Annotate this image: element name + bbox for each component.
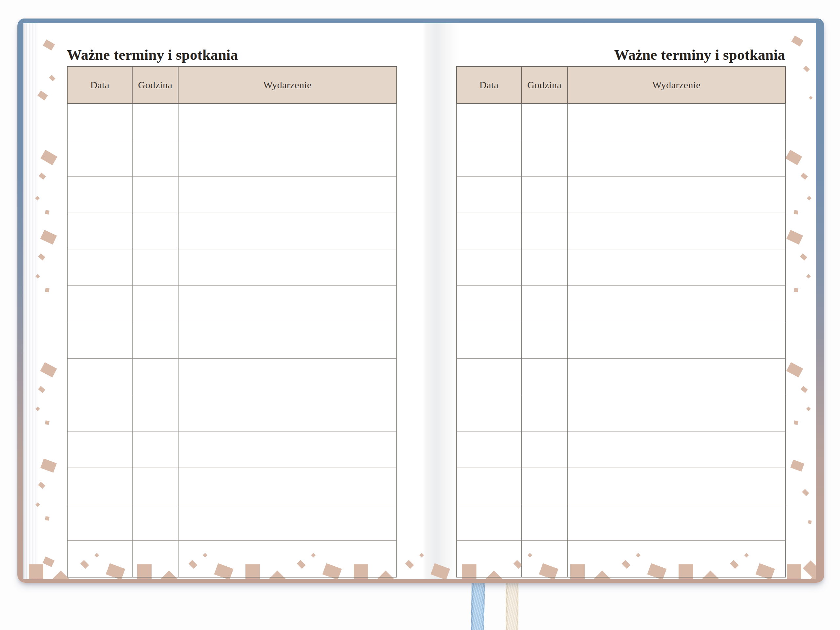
table-cell-empty [456, 431, 521, 468]
table-cell-empty [178, 103, 397, 140]
table-cell-empty [456, 103, 521, 140]
confetti-diamond-icon [39, 172, 46, 180]
table-cell-empty [132, 541, 178, 578]
table-cell-empty [521, 286, 567, 322]
table-cell-empty [567, 322, 786, 358]
table-row [456, 468, 786, 504]
table-cell-empty [178, 431, 397, 468]
table-cell-empty [567, 395, 786, 431]
table-cell-empty [178, 504, 397, 541]
confetti-dot-icon [806, 274, 811, 279]
confetti-diamond-icon [43, 39, 55, 51]
table-cell-empty [67, 395, 132, 431]
table-cell-empty [178, 286, 397, 322]
table-cell-empty [567, 504, 786, 541]
confetti-diamond-icon [791, 35, 804, 47]
table-row [456, 358, 786, 395]
confetti-square-icon [45, 210, 49, 215]
table-cell-empty [567, 468, 786, 504]
table-cell-empty [521, 431, 567, 468]
confetti-square-icon [787, 564, 801, 579]
table-cell-empty [178, 213, 397, 249]
table-cell-empty [521, 140, 567, 177]
table-row [456, 286, 786, 322]
table-row [67, 213, 397, 249]
table-cell-empty [521, 322, 567, 358]
table-cell-empty [67, 322, 132, 358]
table-row [67, 322, 397, 358]
table-cell-empty [567, 286, 786, 322]
table-cell-empty [521, 177, 567, 213]
confetti-square-icon [29, 564, 43, 579]
table-cell-empty [67, 177, 132, 213]
confetti-diamond-icon [40, 459, 57, 473]
table-cell-empty [178, 177, 397, 213]
table-cell-empty [456, 395, 521, 431]
table-cell-empty [456, 213, 521, 249]
confetti-diamond-icon [786, 362, 803, 377]
table-cell-empty [132, 322, 178, 358]
table-cell-empty [178, 140, 397, 177]
table-cell-empty [67, 140, 132, 177]
table-cell-empty [132, 249, 178, 286]
table-row [456, 177, 786, 213]
table-row [67, 431, 397, 468]
table-cell-empty [67, 358, 132, 395]
table-cell-empty [132, 140, 178, 177]
table-cell-empty [521, 395, 567, 431]
table-cell-empty [132, 177, 178, 213]
confetti-square-icon [808, 520, 812, 524]
confetti-square-icon [45, 288, 49, 292]
table-cell-empty [456, 322, 521, 358]
table-row [456, 322, 786, 358]
table-cell-empty [178, 541, 397, 578]
confetti-diamond-icon [38, 90, 48, 100]
right-page-title: Ważne terminy i spotkania [456, 46, 785, 63]
table-row [67, 249, 397, 286]
table-cell-empty [456, 358, 521, 395]
table-row [67, 541, 397, 578]
confetti-dot-icon [807, 196, 812, 201]
table-cell-empty [132, 358, 178, 395]
table-cell-empty [132, 431, 178, 468]
table-row [67, 140, 397, 177]
confetti-diamond-icon [40, 150, 57, 165]
table-row [456, 541, 786, 578]
table-header-row: Data Godzina Wydarzenie [67, 66, 397, 103]
table-cell-empty [521, 358, 567, 395]
table-cell-empty [456, 504, 521, 541]
table-cell-empty [567, 541, 786, 578]
table-row [456, 504, 786, 541]
confetti-square-icon [794, 420, 798, 425]
confetti-diamond-icon [40, 230, 57, 245]
table-cell-empty [178, 322, 397, 358]
confetti-diamond-icon [801, 386, 808, 393]
table-cell-empty [567, 103, 786, 140]
table-cell-empty [67, 504, 132, 541]
table-cell-empty [132, 504, 178, 541]
column-header-date: Data [67, 66, 132, 103]
confetti-diamond-icon [803, 66, 810, 72]
table-header-row: Data Godzina Wydarzenie [456, 66, 786, 103]
table-row [456, 431, 786, 468]
table-row [67, 103, 397, 140]
left-appointments-table: Data Godzina Wydarzenie [67, 66, 397, 578]
center-gutter-shadow [423, 23, 459, 579]
planner-photo: { "book": { "cover_color_top": "#7190b0"… [0, 0, 840, 630]
bookmark-ribbon-cream [506, 578, 518, 630]
table-row [67, 177, 397, 213]
bookmark-ribbon-blue [471, 578, 485, 630]
confetti-diamond-icon [786, 230, 803, 245]
open-pages: Ważne terminy i spotkania Data Godzina W… [23, 23, 816, 579]
table-row [456, 249, 786, 286]
table-row [67, 468, 397, 504]
table-cell-empty [567, 140, 786, 177]
confetti-diamond-icon [40, 362, 57, 377]
right-appointments-table: Data Godzina Wydarzenie [456, 66, 786, 578]
confetti-square-icon [794, 210, 798, 215]
table-cell-empty [132, 395, 178, 431]
table-cell-empty [67, 431, 132, 468]
column-header-time: Godzina [521, 66, 567, 103]
table-cell-empty [456, 249, 521, 286]
table-row [456, 395, 786, 431]
